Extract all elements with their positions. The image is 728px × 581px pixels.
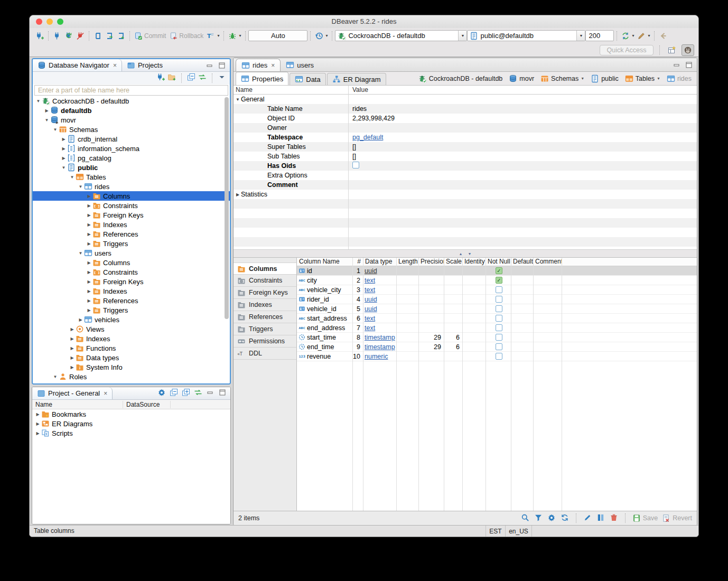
minimize-view-icon[interactable] xyxy=(673,61,681,69)
project-item-bookmarks[interactable]: ▶Bookmarks xyxy=(32,409,230,419)
grid-header-precision[interactable]: Precision xyxy=(418,258,444,266)
column-row-revenue[interactable]: 123revenue10numeric xyxy=(297,352,697,361)
refresh-sync-button[interactable]: ▾ xyxy=(620,30,636,42)
column-row-id[interactable]: id1uuid xyxy=(297,266,697,276)
project-item-er-diagrams[interactable]: ▶ER Diagrams xyxy=(32,419,230,428)
expand-arrow-icon[interactable]: ▶ xyxy=(34,421,41,426)
column-row-rider-id[interactable]: rider_id4uuid xyxy=(297,295,697,304)
side-tab-foreign-keys[interactable]: Foreign Keys xyxy=(234,287,296,299)
property-row-sub-tables[interactable]: Sub Tables[] xyxy=(234,152,697,161)
column-row-vehicle-id[interactable]: vehicle_id5uuid xyxy=(297,304,697,314)
side-tab-permissions[interactable]: Permissions xyxy=(234,335,296,348)
autocommit-combo[interactable]: Auto xyxy=(248,30,307,41)
tab-projects[interactable]: Projects xyxy=(122,59,167,71)
dbeaver-perspective-button[interactable] xyxy=(682,44,694,56)
expand-arrow-icon[interactable]: ▶ xyxy=(86,289,92,294)
disconnect-button[interactable] xyxy=(74,30,86,42)
expand-arrow-icon[interactable]: ▶ xyxy=(86,270,92,275)
side-tab-references[interactable]: References xyxy=(234,311,296,323)
tree-item-vehicles[interactable]: ▶vehicles xyxy=(33,315,230,324)
collapse-arrow-icon[interactable]: ▼ xyxy=(69,175,76,180)
dropdown-arrow-icon[interactable]: ▼ xyxy=(581,77,584,80)
grid-header-default[interactable]: Default xyxy=(511,258,533,266)
open-perspective-button[interactable] xyxy=(666,44,678,56)
data-type-link[interactable]: uuid xyxy=(365,267,377,275)
dropdown-arrow-icon[interactable]: ▾ xyxy=(648,33,650,38)
property-row-extra-options[interactable]: Extra Options xyxy=(234,171,697,180)
minimize-view-icon[interactable] xyxy=(206,61,214,70)
tree-item-information-schema[interactable]: ▶information_schema xyxy=(33,144,230,153)
expand-arrow-icon[interactable]: ▶ xyxy=(43,108,50,113)
property-row-general[interactable]: ▼General xyxy=(234,95,697,104)
compare-sync-button[interactable] xyxy=(561,513,569,523)
property-row-tablespace[interactable]: Tablespacepg_default xyxy=(234,133,697,142)
tree-item-system-info[interactable]: ▶System Info xyxy=(33,362,230,372)
expand-arrow-icon[interactable]: ▶ xyxy=(86,308,92,313)
tree-item-schemas[interactable]: ▼Schemas xyxy=(33,125,230,134)
collapse-arrow-icon[interactable]: ▼ xyxy=(77,184,84,189)
expand-arrow-icon[interactable]: ▶ xyxy=(60,137,67,142)
expand-arrow-icon[interactable]: ▶ xyxy=(86,279,92,284)
not-null-checkbox[interactable] xyxy=(496,277,502,284)
tree-item-pg-catalog[interactable]: ▶pg_catalog xyxy=(33,153,230,163)
data-type-link[interactable]: uuid xyxy=(365,305,377,313)
expand-arrow-icon[interactable]: ▶ xyxy=(86,194,92,199)
side-tab-indexes[interactable]: Indexes xyxy=(234,299,296,311)
scrollbar-thumb[interactable] xyxy=(225,97,229,319)
combo-arrow-icon[interactable]: ▼ xyxy=(576,31,585,41)
tree-item-rides[interactable]: ▼rides xyxy=(33,182,230,191)
timezone-indicator[interactable]: EST xyxy=(486,526,506,537)
not-null-checkbox[interactable] xyxy=(496,324,502,331)
property-row-super-tables[interactable]: Super Tables[] xyxy=(234,142,697,152)
editor-tab-users[interactable]: users xyxy=(281,59,319,71)
dropdown-arrow-icon[interactable]: ▾ xyxy=(632,33,634,38)
project-item-scripts[interactable]: ▶Scripts xyxy=(32,428,230,438)
tree-item-references[interactable]: ▶References xyxy=(33,296,230,305)
column-row-city[interactable]: ABCcity2text xyxy=(297,276,697,285)
view-menu-button[interactable] xyxy=(218,73,226,83)
data-type-link[interactable]: text xyxy=(365,286,375,294)
tree-item-foreign-keys[interactable]: ▶Foreign Keys xyxy=(33,277,230,286)
maximize-view-icon[interactable] xyxy=(218,61,226,70)
locale-indicator[interactable]: en_US xyxy=(506,526,532,537)
delete-trash-button[interactable] xyxy=(610,513,618,523)
tree-item-tables[interactable]: ▼Tables xyxy=(33,172,230,182)
tree-item-constraints[interactable]: ▶Constraints xyxy=(33,267,230,277)
tree-item-data-types[interactable]: ▶Data types xyxy=(33,353,230,362)
expand-arrow-icon[interactable]: ▶ xyxy=(69,355,76,360)
data-type-link[interactable]: numeric xyxy=(365,353,388,360)
breadcrumb-movr[interactable]: movr xyxy=(509,74,534,83)
minimize-view-button[interactable] xyxy=(206,388,214,399)
expand-arrow-icon[interactable]: ▶ xyxy=(86,213,92,218)
maximize-view-button[interactable] xyxy=(218,388,227,399)
tree-item-defaultdb[interactable]: ▶defaultdb xyxy=(33,106,230,115)
close-icon[interactable]: × xyxy=(104,390,107,397)
expand-arrow-icon[interactable]: ▶ xyxy=(235,192,241,197)
sql-editor-button[interactable] xyxy=(92,30,104,42)
settings-gear-button[interactable] xyxy=(157,388,166,399)
side-tab-columns[interactable]: Columns xyxy=(234,263,296,275)
open-sql-script-button[interactable] xyxy=(104,30,115,42)
data-type-link[interactable]: timestamp xyxy=(365,334,395,341)
not-null-checkbox[interactable] xyxy=(496,296,502,303)
dropdown-arrow-icon[interactable]: ▾ xyxy=(325,33,328,38)
tree-item-views[interactable]: ▶Views xyxy=(33,324,230,334)
editor-tab-rides[interactable]: rides × xyxy=(236,59,281,71)
close-window-button[interactable] xyxy=(36,18,42,25)
collapse-all-button[interactable] xyxy=(170,388,178,399)
collapse-arrow-icon[interactable]: ▼ xyxy=(43,118,50,123)
property-row-object-id[interactable]: Object ID2,293,998,429 xyxy=(234,114,697,123)
new-connection-button[interactable] xyxy=(34,30,45,42)
expand-arrow-icon[interactable]: ▶ xyxy=(60,146,67,151)
transaction-mode-button[interactable]: T▾ xyxy=(205,30,221,42)
tree-item-roles[interactable]: ▼Roles xyxy=(33,372,230,381)
not-null-checkbox[interactable] xyxy=(496,305,502,312)
close-icon[interactable]: × xyxy=(271,62,275,69)
tree-item-public[interactable]: ▼public xyxy=(33,163,230,172)
splitter-sash[interactable]: ▲▼ xyxy=(234,249,697,258)
settings-gear-button[interactable] xyxy=(547,513,556,523)
tree-item-columns[interactable]: ▶Columns xyxy=(33,191,230,201)
grid-header-identity[interactable]: Identity xyxy=(462,258,486,266)
tree-item-triggers[interactable]: ▶Triggers xyxy=(33,239,230,248)
grid-header-length[interactable]: Length xyxy=(396,258,418,266)
